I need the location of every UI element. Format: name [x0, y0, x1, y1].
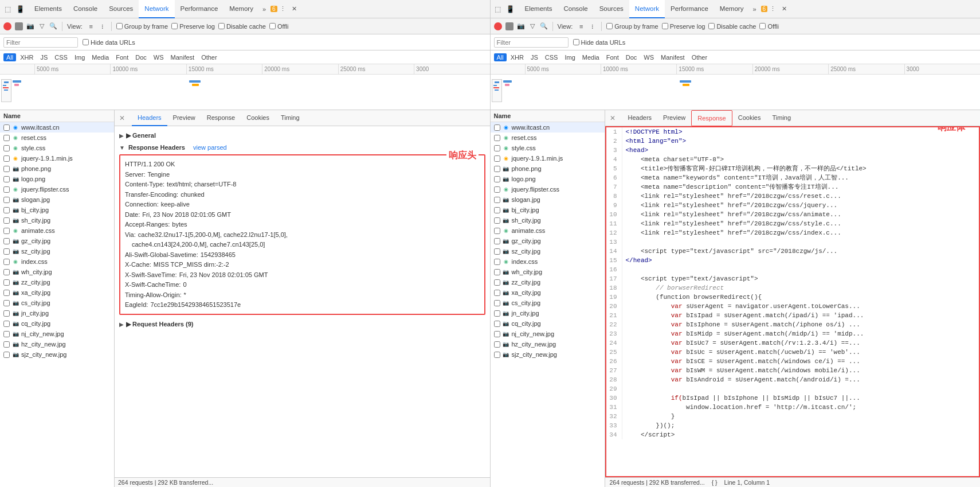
left-menu-icon[interactable]: ⋮ — [280, 5, 286, 13]
left-stop-button[interactable] — [15, 22, 23, 30]
right-file-row-12[interactable]: 📷 sz_city.jpg — [491, 246, 605, 256]
left-file-check-17[interactable] — [3, 300, 10, 306]
left-file-check-9[interactable] — [3, 217, 10, 224]
right-detail-close[interactable]: ✕ — [607, 113, 618, 123]
right-type-img[interactable]: Img — [562, 53, 578, 61]
left-file-check-15[interactable] — [3, 279, 10, 286]
left-file-row-21[interactable]: 📷 hz_city_new.jpg — [0, 339, 114, 349]
left-device-icon[interactable]: 📱 — [15, 4, 25, 14]
right-file-row-5[interactable]: 📷 logo.png — [491, 174, 605, 184]
right-close-icon[interactable]: ✕ — [779, 5, 789, 13]
left-tab-more[interactable]: » — [260, 6, 268, 13]
right-file-check-20[interactable] — [494, 331, 500, 337]
left-offline-checkbox[interactable] — [269, 23, 276, 29]
left-tab-console[interactable]: Console — [68, 0, 103, 18]
left-file-row-13[interactable]: ◉ index.css — [0, 256, 114, 267]
left-response-headers-header[interactable]: ▼ Response Headers view parsed — [119, 144, 485, 151]
left-general-section[interactable]: ▶ ▶ General — [119, 131, 485, 141]
right-detail-tab-response[interactable]: Response — [691, 110, 732, 126]
left-file-check-16[interactable] — [3, 290, 10, 296]
left-type-css[interactable]: CSS — [52, 53, 70, 61]
left-file-check-10[interactable] — [3, 228, 10, 234]
left-file-check-14[interactable] — [3, 269, 10, 275]
right-file-check-2[interactable] — [494, 145, 500, 151]
left-camera-icon[interactable]: 📷 — [26, 22, 34, 30]
right-tab-memory[interactable]: Memory — [714, 0, 750, 18]
left-file-row-17[interactable]: 📷 cs_city.jpg — [0, 298, 114, 308]
left-file-row-0[interactable]: ◉ www.itcast.cn — [0, 122, 114, 133]
right-file-row-1[interactable]: ◉ reset.css — [491, 133, 605, 143]
right-detail-tab-headers[interactable]: Headers — [622, 110, 658, 126]
right-file-row-20[interactable]: 📷 nj_city_new.jpg — [491, 329, 605, 339]
right-file-row-11[interactable]: 📷 gz_city.jpg — [491, 236, 605, 246]
left-filter-input[interactable] — [3, 37, 78, 48]
left-tab-elements[interactable]: Elements — [29, 0, 68, 18]
right-type-font[interactable]: Font — [603, 53, 622, 61]
right-filter-input[interactable] — [494, 37, 569, 48]
left-file-check-11[interactable] — [3, 238, 10, 244]
right-offline-checkbox[interactable] — [759, 23, 766, 29]
left-file-row-18[interactable]: 📷 jn_city.jpg — [0, 308, 114, 318]
right-tab-network[interactable]: Network — [629, 0, 665, 18]
left-type-js[interactable]: JS — [37, 53, 50, 61]
left-file-check-0[interactable] — [3, 124, 10, 131]
right-type-ws[interactable]: WS — [641, 53, 657, 61]
left-file-check-22[interactable] — [3, 352, 10, 358]
right-file-row-22[interactable]: 📷 sjz_city_new.jpg — [491, 349, 605, 360]
right-hide-data-urls-label[interactable]: Hide data URLs — [573, 39, 626, 46]
right-file-check-4[interactable] — [494, 166, 500, 172]
left-record-button[interactable] — [3, 22, 11, 30]
left-detail-tab-preview[interactable]: Preview — [167, 110, 201, 126]
left-file-check-18[interactable] — [3, 310, 10, 317]
right-file-check-10[interactable] — [494, 228, 500, 234]
left-preserve-log-checkbox[interactable] — [171, 23, 178, 29]
right-tab-performance[interactable]: Performance — [665, 0, 714, 18]
right-tab-more[interactable]: » — [750, 6, 758, 13]
right-file-row-8[interactable]: 📷 bj_city.jpg — [491, 205, 605, 215]
left-file-check-7[interactable] — [3, 197, 10, 203]
right-type-xhr[interactable]: XHR — [508, 53, 527, 61]
left-hide-data-urls-label[interactable]: Hide data URLs — [83, 39, 135, 46]
left-file-row-4[interactable]: 📷 phone.png — [0, 163, 114, 174]
right-detail-tab-cookies[interactable]: Cookies — [732, 110, 767, 126]
right-disable-cache-checkbox[interactable] — [708, 23, 715, 29]
left-type-font[interactable]: Font — [113, 53, 131, 61]
right-file-check-22[interactable] — [494, 352, 500, 358]
right-file-row-0[interactable]: ◉ www.itcast.cn — [491, 122, 605, 133]
left-offline-label[interactable]: Offli — [269, 23, 288, 30]
right-file-check-14[interactable] — [494, 269, 500, 275]
left-tab-network[interactable]: Network — [139, 0, 174, 18]
right-hide-data-urls-checkbox[interactable] — [573, 39, 579, 45]
right-file-check-7[interactable] — [494, 197, 500, 203]
left-filter-icon[interactable]: ▽ — [38, 22, 46, 30]
left-file-row-2[interactable]: ◉ style.css — [0, 143, 114, 153]
right-tab-sources[interactable]: Sources — [594, 0, 629, 18]
right-type-all[interactable]: All — [494, 53, 507, 61]
left-file-row-7[interactable]: 📷 slogan.jpg — [0, 194, 114, 205]
right-file-check-6[interactable] — [494, 186, 500, 193]
right-detail-tab-preview[interactable]: Preview — [657, 110, 691, 126]
left-preserve-log-label[interactable]: Preserve log — [171, 23, 215, 30]
left-file-row-1[interactable]: ◉ reset.css — [0, 133, 114, 143]
left-type-all[interactable]: All — [3, 53, 16, 61]
left-detail-tab-headers[interactable]: Headers — [132, 110, 167, 126]
right-view-list-icon[interactable]: ≡ — [577, 22, 585, 30]
right-file-row-13[interactable]: ◉ index.css — [491, 256, 605, 267]
right-device-icon[interactable]: 📱 — [505, 4, 516, 14]
left-request-headers-section[interactable]: ▶ ▶ Request Headers (9) — [119, 320, 485, 329]
left-type-media[interactable]: Media — [89, 53, 112, 61]
right-file-check-19[interactable] — [494, 321, 500, 327]
right-file-row-19[interactable]: 📷 cq_city.jpg — [491, 318, 605, 329]
right-menu-icon[interactable]: ⋮ — [770, 5, 776, 13]
left-file-row-19[interactable]: 📷 cq_city.jpg — [0, 318, 114, 329]
right-file-check-16[interactable] — [494, 290, 500, 296]
left-file-row-6[interactable]: ◉ jquery.flipster.css — [0, 184, 114, 194]
left-view-parsed-link[interactable]: view parsed — [193, 144, 227, 151]
left-view-waterfall-icon[interactable]: ⫶ — [99, 22, 107, 30]
right-type-js[interactable]: JS — [528, 53, 541, 61]
right-record-button[interactable] — [494, 22, 502, 30]
left-disable-cache-label[interactable]: Disable cache — [218, 23, 266, 30]
left-file-row-20[interactable]: 📷 nj_city_new.jpg — [0, 329, 114, 339]
left-file-check-20[interactable] — [3, 331, 10, 337]
left-file-row-5[interactable]: 📷 logo.png — [0, 174, 114, 184]
